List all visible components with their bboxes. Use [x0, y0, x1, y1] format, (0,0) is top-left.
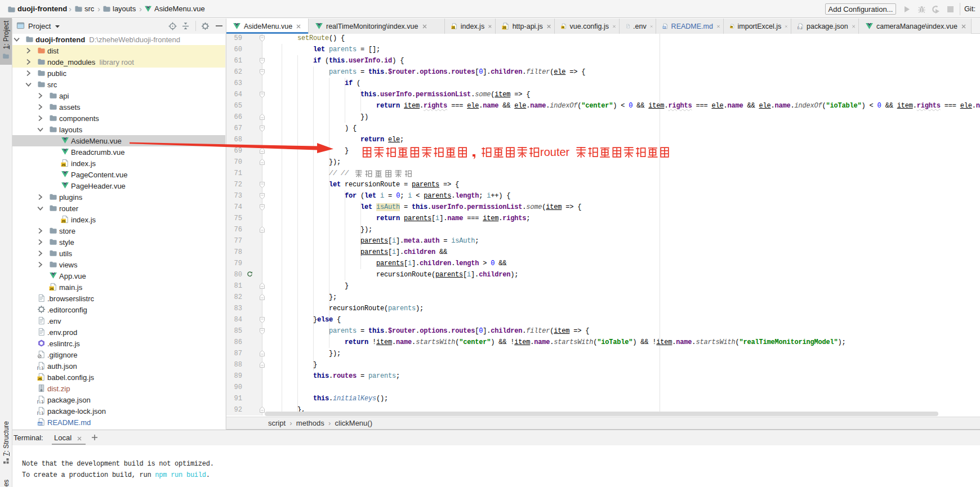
svg-text:JS: JS — [502, 26, 506, 29]
svg-text:JS: JS — [38, 377, 42, 381]
svg-text:JS: JS — [452, 26, 455, 29]
svg-text:JS: JS — [562, 26, 564, 29]
svg-text:MD: MD — [38, 423, 42, 426]
svg-text:MD: MD — [663, 26, 666, 29]
svg-text:JS: JS — [730, 26, 733, 28]
svg-text:{:}: {:} — [37, 400, 43, 404]
svg-text:{:}: {:} — [798, 26, 802, 30]
svg-text:{:}: {:} — [37, 366, 43, 370]
svg-text:JS: JS — [61, 163, 65, 167]
svg-text:JS: JS — [61, 220, 65, 223]
svg-text:{:}: {:} — [37, 411, 43, 415]
svg-text:JS: JS — [50, 287, 54, 291]
